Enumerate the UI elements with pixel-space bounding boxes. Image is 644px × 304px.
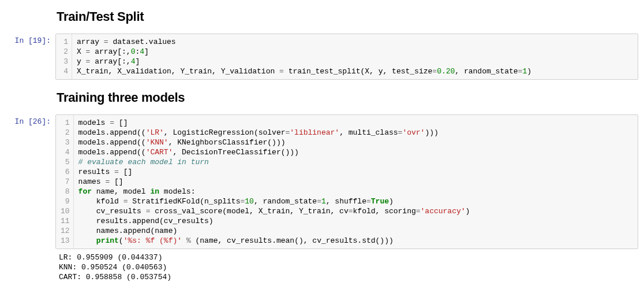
heading: Training three models <box>57 90 644 105</box>
code-line: models.append(('KNN', KNeighborsClassifi… <box>78 138 633 147</box>
line-number: 8 <box>61 187 70 197</box>
code-line: models = [] <box>78 118 633 128</box>
code-inner: 12345678910111213models = []models.appen… <box>56 115 638 249</box>
line-number: 2 <box>61 47 68 57</box>
line-gutter: 12345678910111213 <box>56 115 74 249</box>
code-line: for name, model in models: <box>78 187 633 197</box>
line-number: 3 <box>61 138 70 147</box>
line-number: 5 <box>61 157 70 167</box>
line-number: 7 <box>61 177 70 187</box>
line-number: 1 <box>61 118 70 128</box>
code-lines[interactable]: array = dataset.valuesX = array[:,0:4]y … <box>72 34 638 79</box>
line-number: 12 <box>61 226 70 236</box>
code-line: print('%s: %f (%f)' % (name, cv_results.… <box>78 236 633 246</box>
code-inner: 1234array = dataset.valuesX = array[:,0:… <box>56 34 638 79</box>
code-line: results = [] <box>78 167 633 177</box>
markdown-cell: Train/Test Split <box>57 0 644 31</box>
line-number: 4 <box>61 66 68 76</box>
notebook: Train/Test SplitIn [19]:1234array = data… <box>0 0 644 298</box>
line-number: 3 <box>61 57 68 66</box>
line-number: 2 <box>61 128 70 138</box>
line-gutter: 1234 <box>56 34 72 79</box>
code-line: models.append(('CART', DecisionTreeClass… <box>78 147 633 157</box>
code-line: results.append(cv_results) <box>78 216 633 226</box>
line-number: 6 <box>61 167 70 177</box>
line-number: 10 <box>61 206 70 216</box>
code-cell: In [26]:12345678910111213models = []mode… <box>0 114 644 249</box>
code-line: kfold = StratifiedKFold(n_splits=10, ran… <box>78 197 633 206</box>
input-prompt: In [26]: <box>0 114 55 126</box>
code-line: names.append(name) <box>78 226 633 236</box>
code-lines[interactable]: models = []models.append(('LR', Logistic… <box>74 115 638 249</box>
code-line: names = [] <box>78 177 633 187</box>
code-line: # evaluate each model in turn <box>78 157 633 167</box>
code-cell: In [19]:1234array = dataset.valuesX = ar… <box>0 34 644 80</box>
output-area: LR: 0.955909 (0.044337) KNN: 0.950524 (0… <box>57 250 644 282</box>
markdown-cell: Training three models <box>57 81 644 112</box>
code-input-area[interactable]: 12345678910111213models = []models.appen… <box>55 114 638 249</box>
heading: Train/Test Split <box>57 9 644 24</box>
code-line: array = dataset.values <box>77 37 633 47</box>
line-number: 13 <box>61 236 70 246</box>
code-line: models.append(('LR', LogisticRegression(… <box>78 128 633 138</box>
code-line: X_train, X_validation, Y_train, Y_valida… <box>77 66 633 76</box>
input-prompt: In [19]: <box>0 34 55 45</box>
code-line: X = array[:,0:4] <box>77 47 633 57</box>
line-number: 11 <box>61 216 70 226</box>
line-number: 1 <box>61 37 68 47</box>
line-number: 9 <box>61 197 70 206</box>
line-number: 4 <box>61 147 70 157</box>
code-input-area[interactable]: 1234array = dataset.valuesX = array[:,0:… <box>55 34 638 80</box>
code-line: y = array[:,4] <box>77 57 633 66</box>
code-line: cv_results = cross_val_score(model, X_tr… <box>78 206 633 216</box>
